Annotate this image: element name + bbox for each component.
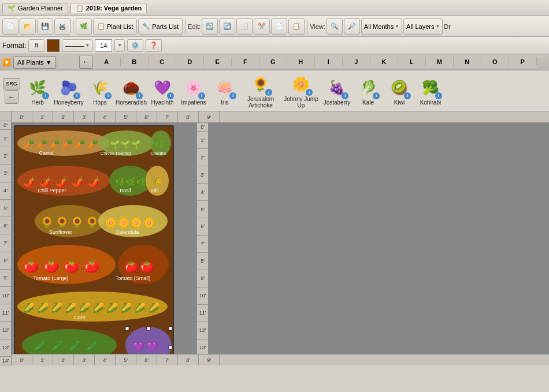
svg-text:🌽: 🌽 (120, 303, 132, 313)
svg-text:🥒: 🥒 (51, 340, 64, 353)
plant-herb[interactable]: 🌿 i Herb (22, 75, 53, 107)
herb-info[interactable]: i (42, 92, 49, 99)
ruler-v-7: 7' (0, 234, 11, 252)
select-button[interactable]: ⬜ (236, 18, 253, 35)
parts-list-button[interactable]: 🔧 Parts List (138, 18, 183, 35)
svg-text:🍅: 🍅 (140, 259, 154, 273)
layers-dropdown[interactable]: All Layers ▼ (403, 18, 443, 35)
empty-canvas[interactable] (208, 123, 549, 354)
parts-list-icon: 🔧 (142, 23, 150, 30)
impatiens-info[interactable]: i (198, 92, 205, 99)
plant-johnny-jump-up[interactable]: 🌼 i Johnny Jump Up (281, 72, 321, 110)
horseradish-image: 🌰 i (120, 76, 143, 99)
plant-iris[interactable]: 🪷 i Iris (209, 75, 240, 107)
kiwi-info[interactable]: i (404, 92, 411, 99)
all-plants-filter[interactable]: All Plants ▼ (13, 56, 56, 69)
bottom-ruler-3: 3' (74, 354, 95, 365)
settings-button[interactable]: ⚙️ (127, 39, 143, 52)
svg-text:🍅: 🍅 (84, 258, 100, 274)
cut-icon: ✂️ (258, 23, 266, 30)
color-picker[interactable] (47, 39, 60, 52)
svg-text:🥕: 🥕 (87, 139, 98, 150)
svg-text:🌽: 🌽 (92, 303, 104, 313)
months-label: All Months (364, 23, 394, 30)
kohlrabi-image: 🥦 i (419, 76, 442, 99)
palette-back-arrow[interactable]: ← (5, 90, 18, 104)
ruler-v-10: 10' (0, 287, 11, 304)
size-dropdown[interactable]: ▼ (114, 39, 125, 52)
garden-planner-icon: 🌱 (8, 5, 16, 12)
save-button[interactable]: 💾 (37, 18, 53, 35)
plant-kale[interactable]: 🥬 i Kale (353, 75, 384, 107)
kohlrabi-info[interactable]: i (435, 92, 442, 99)
undo-button[interactable]: ↩️ (202, 18, 218, 35)
help-button[interactable]: ❓ (146, 39, 162, 52)
kohlrabi-name: Kohlrabi (420, 99, 442, 106)
cut-button[interactable]: ✂️ (254, 18, 270, 35)
print-button[interactable]: 🖨️ (54, 18, 71, 35)
plant-impatiens[interactable]: 🌸 i Impatiens (178, 75, 209, 107)
plant-list-button[interactable]: 📋 Plant List (93, 18, 137, 35)
tab-garden-planner[interactable]: 🌱 Garden Planner (2, 3, 68, 13)
new-button[interactable]: 📄 (2, 18, 18, 35)
hyacinth-image: 💜 i (151, 76, 174, 99)
plant-kohlrabi[interactable]: 🥦 i Kohlrabi (415, 75, 446, 107)
format-units-button[interactable]: ft (28, 39, 44, 52)
size-arrow: ▼ (117, 43, 122, 48)
johnny-jump-up-info[interactable]: i (306, 89, 313, 96)
parts-list-label: Parts List (152, 23, 179, 30)
jerusalem-artichoke-info[interactable]: i (265, 89, 272, 96)
plant-kiwi[interactable]: 🥝 i Kiwi (384, 75, 415, 107)
line-style-dropdown[interactable]: ——— ▼ (62, 39, 92, 52)
plant-icon: 🌿 (80, 23, 88, 30)
svg-text:🌻: 🌻 (40, 216, 54, 229)
col-g: G (259, 57, 287, 66)
svg-text:🍅: 🍅 (23, 258, 39, 274)
ruler-v-14: 14' (0, 357, 11, 365)
plant-hyacinth[interactable]: 💜 i Hyacinth (147, 75, 178, 107)
kiwi-image: 🥝 i (388, 76, 411, 99)
paste-button[interactable]: 📋 (288, 18, 305, 35)
size-input[interactable]: 14 (95, 39, 112, 52)
bottom-ruler-0: 0' (12, 354, 32, 365)
copy-button[interactable]: 📄 (271, 18, 287, 35)
hops-info[interactable]: i (105, 92, 112, 99)
bottom-ruler-9: 9' (199, 354, 220, 365)
svg-text:🌽: 🌽 (37, 303, 49, 313)
palette-back-btn[interactable]: ← (79, 55, 93, 69)
tab-vege-garden[interactable]: 📋 2019: Vege garden (71, 3, 147, 13)
zoom-in-button[interactable]: 🔍 (327, 18, 343, 35)
plant-button[interactable]: 🌿 (76, 18, 92, 35)
plant-honeyberry[interactable]: 🫐 i Honeyberry (53, 75, 84, 107)
svg-text:Corn: Corn (74, 315, 86, 320)
hyacinth-info[interactable]: i (167, 92, 174, 99)
horseradish-info[interactable]: i (136, 92, 143, 99)
iris-info[interactable]: i (229, 92, 236, 99)
sep2 (185, 20, 186, 33)
srg-button[interactable]: SRG (3, 78, 20, 89)
open-button[interactable]: 📂 (20, 18, 36, 35)
svg-text:🥕: 🥕 (49, 139, 60, 150)
months-dropdown[interactable]: All Months ▼ (361, 18, 402, 35)
garden-canvas[interactable]: 0' 1' 2' 3' 4' 5' 6' 7' 8' 9' 10' 11' 12… (12, 123, 208, 354)
honeyberry-info[interactable]: i (73, 92, 80, 99)
ruler-3: 3' (74, 111, 95, 122)
svg-text:🥒: 🥒 (68, 340, 81, 353)
col-l: L (398, 57, 426, 66)
col-i: I (315, 57, 343, 66)
plant-horseradish[interactable]: 🌰 i Horseradish (116, 75, 147, 107)
zoom-out-button[interactable]: 🔎 (344, 18, 360, 35)
svg-text:🍅: 🍅 (124, 259, 139, 273)
svg-text:Tomato (Large): Tomato (Large) (33, 275, 68, 281)
redo-button[interactable]: ↪️ (219, 18, 235, 35)
svg-text:🌻: 🌻 (86, 216, 99, 229)
kale-info[interactable]: i (373, 92, 380, 99)
plant-jerusalem-artichoke[interactable]: 🌻 i Jerusalem Artichoke (240, 72, 281, 110)
plant-jostaberry[interactable]: 🍇 i Jostaberry (321, 75, 353, 107)
ruler-1: 1' (32, 111, 53, 122)
filter-icon: 🔽 (2, 58, 11, 66)
honeyberry-name: Honeyberry (54, 99, 84, 106)
plant-hops[interactable]: 🌾 i Hops (84, 75, 116, 107)
garden-plot-svg[interactable]: 🥕 🥕 🥕 🥕 🥕 🥕 Carrot 🌱 🌱 🌱 Chives (Garlic) (12, 123, 194, 354)
jostaberry-info[interactable]: i (342, 92, 348, 99)
